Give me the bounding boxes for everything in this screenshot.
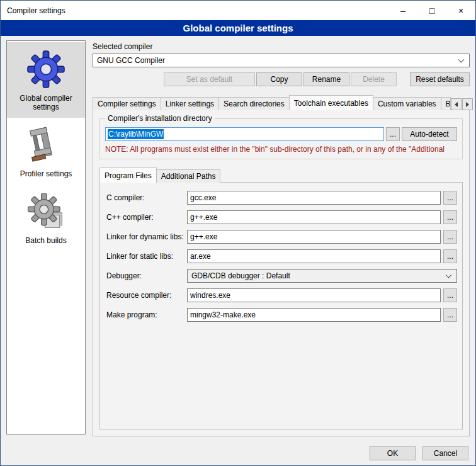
dynamic-linker-input[interactable] (187, 230, 441, 244)
titlebar: Compiler settings – □ × (1, 1, 475, 20)
form-row-make-program: Make program: ... (106, 308, 457, 322)
cpp-compiler-label: C++ compiler: (106, 213, 187, 222)
tab-compiler-settings[interactable]: Compiler settings (93, 97, 161, 110)
tab-custom-variables[interactable]: Custom variables (373, 97, 441, 110)
tab-linker-settings[interactable]: Linker settings (161, 97, 219, 110)
tab-scroll-left-icon (455, 102, 458, 107)
sidebar-item-profiler-settings[interactable]: Profiler settings (7, 118, 85, 185)
sidebar-item-label: Batch builds (25, 236, 66, 245)
ok-button[interactable]: OK (370, 446, 416, 460)
debugger-label: Debugger: (106, 271, 187, 280)
installation-directory-input[interactable]: C:\raylib\MinGW (105, 127, 384, 141)
installation-directory-groupbox: Compiler's installation directory C:\ray… (99, 118, 463, 159)
c-compiler-label: C compiler: (106, 193, 187, 202)
cancel-button[interactable]: Cancel (422, 446, 468, 460)
tab-scroll-arrows (451, 98, 473, 110)
maximize-icon: □ (429, 6, 434, 16)
maximize-button[interactable]: □ (417, 1, 446, 20)
settings-tabstrip: Compiler settings Linker settings Search… (93, 94, 470, 110)
static-linker-input[interactable] (187, 249, 441, 263)
tab-scroll-right-icon (466, 102, 469, 107)
debugger-dropdown[interactable]: GDB/CDB debugger : Default (187, 269, 457, 283)
make-program-label: Make program: (106, 310, 187, 319)
sidebar-item-global-compiler-settings[interactable]: Global compiler settings (7, 42, 85, 118)
installation-directory-browse-button[interactable]: ... (386, 127, 400, 141)
tab-program-files[interactable]: Program Files (99, 168, 157, 183)
compiler-actions: Set as default Copy Rename Delete Reset … (93, 72, 470, 86)
main-panel: Selected compiler GNU GCC Compiler Set a… (93, 40, 470, 441)
set-as-default-button[interactable]: Set as default (164, 72, 255, 86)
program-files-panel: C compiler: ... C++ compiler: ... Linker… (99, 182, 463, 429)
cpp-compiler-input[interactable] (187, 210, 441, 224)
tab-additional-paths[interactable]: Additional Paths (156, 169, 221, 183)
minimize-icon: – (400, 6, 405, 16)
debugger-value: GDB/CDB debugger : Default (191, 271, 290, 280)
delete-button[interactable]: Delete (351, 72, 397, 86)
dynamic-linker-browse-button[interactable]: ... (443, 230, 457, 244)
c-compiler-input[interactable] (187, 191, 441, 205)
form-row-static-linker: Linker for static libs: ... (106, 249, 457, 263)
resource-compiler-browse-button[interactable]: ... (443, 288, 457, 302)
reset-defaults-button[interactable]: Reset defaults (410, 72, 470, 86)
installation-directory-title: Compiler's installation directory (105, 114, 215, 123)
copy-button[interactable]: Copy (256, 72, 302, 86)
selected-compiler-dropdown[interactable]: GNU GCC Compiler (93, 54, 470, 67)
form-row-cpp-compiler: C++ compiler: ... (106, 210, 457, 224)
sidebar-item-label: Profiler settings (20, 169, 72, 178)
sidebar-item-batch-builds[interactable]: Batch builds (7, 185, 85, 251)
installation-directory-row: C:\raylib\MinGW ... Auto-detect (105, 127, 457, 141)
dynamic-linker-label: Linker for dynamic libs: (106, 232, 187, 241)
tab-scroll-right-button[interactable] (462, 98, 473, 110)
chevron-down-icon (458, 57, 465, 63)
form-row-resource-compiler: Resource compiler: ... (106, 288, 457, 302)
installation-note: NOTE: All programs must exist either in … (105, 145, 457, 154)
c-compiler-browse-button[interactable]: ... (443, 191, 457, 205)
settings-sidebar: Global compiler settings Profiler se (6, 40, 86, 435)
sidebar-item-label: Global compiler settings (8, 94, 84, 111)
resource-compiler-input[interactable] (187, 288, 441, 302)
close-button[interactable]: × (446, 1, 475, 20)
page-title: Global compiler settings (1, 20, 475, 36)
autodetect-button[interactable]: Auto-detect (402, 127, 457, 141)
static-linker-browse-button[interactable]: ... (443, 249, 457, 263)
blue-gear-icon (26, 50, 65, 89)
tab-search-directories[interactable]: Search directories (218, 97, 290, 110)
program-files-tabstrip: Program Files Additional Paths (99, 167, 463, 182)
form-row-debugger: Debugger: GDB/CDB debugger : Default (106, 269, 457, 283)
installation-directory-value: C:\raylib\MinGW (108, 129, 164, 139)
toolchain-executables-panel: Compiler's installation directory C:\ray… (93, 110, 470, 436)
selected-compiler-label: Selected compiler (93, 42, 470, 51)
gray-gear-icon (26, 192, 65, 231)
tab-build-options[interactable]: Buil (441, 97, 451, 110)
compiler-settings-window: Compiler settings – □ × Global compiler … (0, 0, 476, 466)
make-program-browse-button[interactable]: ... (443, 308, 457, 322)
chevron-down-icon (446, 272, 452, 278)
tab-toolchain-executables[interactable]: Toolchain executables (289, 95, 373, 110)
clamp-tool-icon (26, 125, 65, 164)
minimize-button[interactable]: – (388, 1, 417, 20)
form-row-c-compiler: C compiler: ... (106, 191, 457, 205)
static-linker-label: Linker for static libs: (106, 252, 187, 261)
form-row-dynamic-linker: Linker for dynamic libs: ... (106, 230, 457, 244)
window-title: Compiler settings (1, 1, 388, 20)
tab-scroll-left-button[interactable] (451, 98, 462, 110)
dialog-body: Global compiler settings Profiler se (1, 36, 475, 441)
selected-compiler-value: GNU GCC Compiler (97, 56, 165, 65)
rename-button[interactable]: Rename (303, 72, 349, 86)
cpp-compiler-browse-button[interactable]: ... (443, 210, 457, 224)
resource-compiler-label: Resource compiler: (106, 291, 187, 300)
close-icon: × (458, 6, 463, 16)
make-program-input[interactable] (187, 308, 441, 322)
dialog-footer: OK Cancel (1, 441, 475, 465)
